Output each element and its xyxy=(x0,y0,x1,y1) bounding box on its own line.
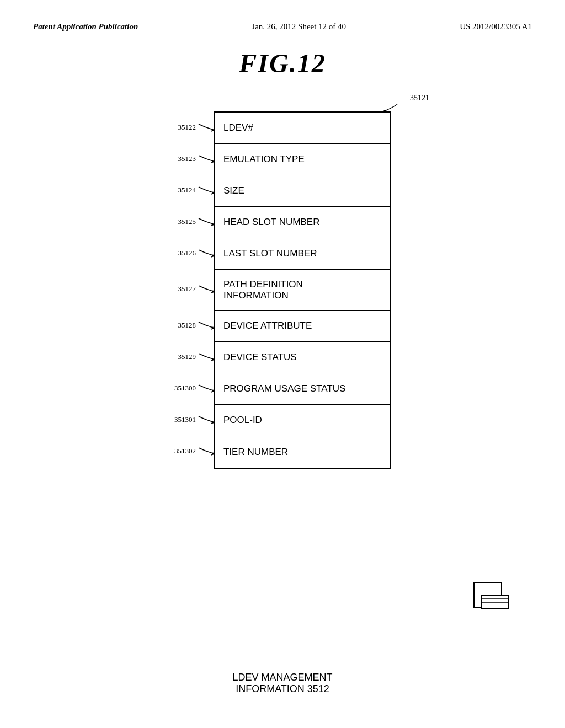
table-cell-35128: DEVICE ATTRIBUTE xyxy=(215,311,390,342)
label-row-35125: 35125 xyxy=(178,206,215,237)
arrow-351301 xyxy=(198,414,214,425)
svg-rect-13 xyxy=(481,595,509,609)
arrow-35125 xyxy=(198,216,214,227)
arrow-35123 xyxy=(198,153,214,164)
arrow-35122 xyxy=(198,122,214,133)
arrow-35128 xyxy=(198,320,214,331)
arrow-35129 xyxy=(198,351,214,362)
diagram-wrapper: 35122 35123 35124 35125 35126 35127 3512… xyxy=(174,111,391,469)
arrow-35124 xyxy=(198,185,214,196)
label-text-35122: 35122 xyxy=(178,123,196,132)
label-text-351302: 351302 xyxy=(174,447,196,456)
label-row-351300: 351300 xyxy=(174,372,214,404)
label-row-351302: 351302 xyxy=(174,435,214,467)
table-cell-351300: PROGRAM USAGE STATUS xyxy=(215,373,390,405)
label-text-35124: 35124 xyxy=(178,186,196,195)
label-text-351300: 351300 xyxy=(174,384,196,393)
arrow-35126 xyxy=(198,248,214,259)
label-text-35126: 35126 xyxy=(178,249,196,258)
label-row-35123: 35123 xyxy=(178,143,215,174)
table-cell-35122: LDEV# xyxy=(215,113,390,144)
table-cell-35126: LAST SLOT NUMBER xyxy=(215,238,390,270)
label-row-351301: 351301 xyxy=(174,404,214,435)
arrow-35121 xyxy=(381,103,398,115)
label-text-35125: 35125 xyxy=(178,217,196,226)
header-publication-label: Patent Application Publication xyxy=(33,22,138,31)
table-cell-351301: POOL-ID xyxy=(215,405,390,436)
label-row-35129: 35129 xyxy=(178,341,215,372)
ref-35121: 35121 xyxy=(410,94,429,103)
table-container: 35121 LDEV#EMULATION TYPESIZEHEAD SLOT N… xyxy=(214,111,391,469)
label-row-35127: 35127 xyxy=(178,269,215,309)
ldev-table: LDEV#EMULATION TYPESIZEHEAD SLOT NUMBERL… xyxy=(214,111,391,469)
header-date-sheet: Jan. 26, 2012 Sheet 12 of 40 xyxy=(252,22,346,31)
table-cell-35127: PATH DEFINITIONINFORMATION xyxy=(215,270,390,311)
label-text-35123: 35123 xyxy=(178,154,196,163)
label-text-351301: 351301 xyxy=(174,415,196,424)
label-row-35126: 35126 xyxy=(178,237,215,269)
table-cell-35125: HEAD SLOT NUMBER xyxy=(215,207,390,238)
diagram-container: 35122 35123 35124 35125 35126 35127 3512… xyxy=(174,106,391,469)
label-row-35124: 35124 xyxy=(178,174,215,206)
page-header: Patent Application Publication Jan. 26, … xyxy=(33,22,532,31)
label-row-35122: 35122 xyxy=(178,111,215,143)
arrow-35127 xyxy=(198,283,214,295)
left-labels: 35122 35123 35124 35125 35126 35127 3512… xyxy=(174,111,214,467)
label-text-35128: 35128 xyxy=(178,321,196,330)
header-patent-number: US 2012/0023305 A1 xyxy=(460,22,532,31)
connector-icon xyxy=(471,580,510,618)
label-row-35128: 35128 xyxy=(178,309,215,341)
table-cell-351302: TIER NUMBER xyxy=(215,436,390,468)
table-cell-35124: SIZE xyxy=(215,175,390,207)
table-cell-35129: DEVICE STATUS xyxy=(215,342,390,373)
table-cell-35123: EMULATION TYPE xyxy=(215,144,390,175)
diagram-area: 35122 35123 35124 35125 35126 35127 3512… xyxy=(33,106,532,469)
bottom-label: LDEV MANAGEMENT INFORMATION 3512 xyxy=(232,672,332,695)
figure-title: FIG.12 xyxy=(33,48,532,78)
arrow-351300 xyxy=(198,383,214,394)
arrow-351302 xyxy=(198,446,214,457)
label-text-35127: 35127 xyxy=(178,285,196,293)
label-text-35129: 35129 xyxy=(178,352,196,361)
